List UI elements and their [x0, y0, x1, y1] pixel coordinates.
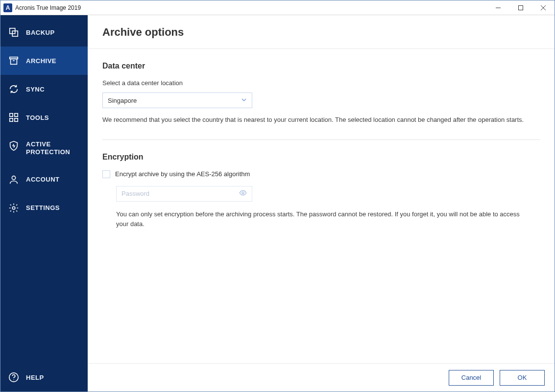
maximize-button[interactable] [509, 0, 532, 15]
sidebar-item-label: SYNC [26, 86, 45, 93]
sidebar-item-sync[interactable]: SYNC [0, 75, 88, 103]
data-center-select[interactable]: Singapore [102, 92, 252, 108]
sidebar-item-backup[interactable]: BACKUP [0, 18, 88, 46]
sidebar-item-label: ARCHIVE [26, 57, 56, 65]
help-icon [8, 372, 19, 383]
sidebar-item-label: TOOLS [26, 114, 49, 121]
encrypt-checkbox[interactable] [102, 170, 110, 178]
section-divider [102, 139, 540, 140]
svg-rect-10 [15, 114, 18, 116]
sidebar-item-label: ACTIVEPROTECTION [26, 140, 70, 157]
cancel-button[interactable]: Cancel [449, 370, 494, 386]
sidebar-item-label: BACKUP [26, 29, 55, 36]
shield-icon [8, 140, 19, 151]
sidebar-item-account[interactable]: ACCOUNT [0, 165, 88, 194]
sidebar-item-label: SETTINGS [26, 204, 60, 211]
data-center-select-label: Select a data center location [102, 79, 540, 87]
tools-icon [8, 112, 19, 123]
sidebar-item-help[interactable]: HELP [0, 363, 88, 392]
sync-icon [8, 84, 19, 94]
svg-point-17 [242, 192, 244, 194]
main-header: Archive options [88, 15, 555, 49]
svg-point-14 [12, 207, 15, 209]
main-panel: Archive options Data center Select a dat… [88, 15, 555, 392]
encryption-note: You can only set encryption before the a… [116, 209, 528, 229]
eye-icon[interactable] [239, 189, 247, 198]
svg-rect-7 [11, 59, 17, 64]
sidebar-item-label: HELP [26, 374, 44, 381]
encrypt-checkbox-label: Encrypt archive by using the AES-256 alg… [115, 170, 250, 178]
svg-point-16 [13, 379, 14, 380]
svg-rect-1 [519, 5, 523, 10]
page-title: Archive options [102, 26, 540, 39]
backup-icon [8, 27, 19, 38]
chevron-down-icon [241, 97, 247, 104]
sidebar-item-archive[interactable]: ARCHIVE [0, 46, 88, 75]
encryption-heading: Encryption [102, 153, 540, 161]
sidebar: BACKUP ARCHIVE [0, 15, 88, 392]
minimize-button[interactable] [487, 0, 509, 15]
sidebar-item-settings[interactable]: SETTINGS [0, 194, 88, 222]
svg-rect-11 [10, 118, 13, 121]
app-window: A Acronis True Image 2019 BACKUP [0, 0, 555, 392]
close-button[interactable] [532, 0, 555, 15]
sidebar-item-tools[interactable]: TOOLS [0, 103, 88, 132]
sidebar-item-label: ACCOUNT [26, 176, 60, 183]
ok-button[interactable]: OK [500, 370, 545, 386]
account-icon [8, 174, 19, 185]
app-icon: A [3, 3, 12, 12]
encrypt-checkbox-row[interactable]: Encrypt archive by using the AES-256 alg… [102, 170, 540, 178]
password-placeholder: Password [121, 190, 149, 197]
gear-icon [8, 203, 19, 213]
window-title: Acronis True Image 2019 [15, 4, 487, 11]
password-input[interactable]: Password [116, 186, 252, 202]
svg-point-13 [12, 176, 15, 179]
svg-rect-9 [10, 114, 13, 116]
svg-rect-12 [15, 118, 18, 121]
sidebar-item-active-protection[interactable]: ACTIVEPROTECTION [0, 132, 88, 165]
main-content: Data center Select a data center locatio… [88, 49, 555, 363]
data-center-recommend-text: We recommend that you select the country… [102, 115, 533, 125]
footer: Cancel OK [88, 363, 555, 392]
titlebar: A Acronis True Image 2019 [0, 0, 555, 15]
data-center-selected-value: Singapore [108, 97, 137, 104]
archive-icon [8, 55, 19, 66]
data-center-heading: Data center [102, 62, 540, 70]
